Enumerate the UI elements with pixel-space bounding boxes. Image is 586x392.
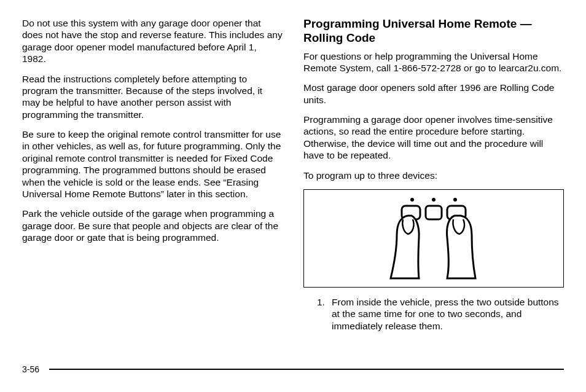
paragraph: Most garage door openers sold after 1996…: [303, 82, 564, 106]
footer-rule: [49, 369, 564, 370]
two-column-layout: Do not use this system with any garage d…: [22, 17, 564, 332]
step-number: 1.: [317, 296, 332, 332]
paragraph: Do not use this system with any garage d…: [22, 17, 283, 65]
svg-point-2: [453, 198, 457, 202]
paragraph: Be sure to keep the original remote cont…: [22, 128, 283, 200]
left-column: Do not use this system with any garage d…: [22, 17, 283, 332]
step-1: 1. From inside the vehicle, press the tw…: [317, 296, 564, 332]
svg-point-1: [432, 198, 436, 202]
page-footer: 3-56: [22, 364, 564, 375]
step-text: From inside the vehicle, press the two o…: [332, 296, 564, 332]
fingers-buttons-icon: [354, 192, 514, 284]
right-column: Programming Universal Home Remote — Roll…: [303, 17, 564, 332]
page-number: 3-56: [22, 364, 39, 375]
paragraph: To program up to three devices:: [303, 170, 564, 181]
paragraph: Read the instructions completely before …: [22, 73, 283, 121]
paragraph: Programming a garage door opener involve…: [303, 114, 564, 162]
paragraph: For questions or help programming the Un…: [303, 50, 564, 74]
svg-rect-4: [426, 206, 442, 219]
illustration-box: [303, 189, 564, 288]
section-heading: Programming Universal Home Remote — Roll…: [303, 17, 564, 45]
paragraph: Park the vehicle outside of the garage w…: [22, 208, 283, 243]
svg-point-0: [410, 198, 414, 202]
